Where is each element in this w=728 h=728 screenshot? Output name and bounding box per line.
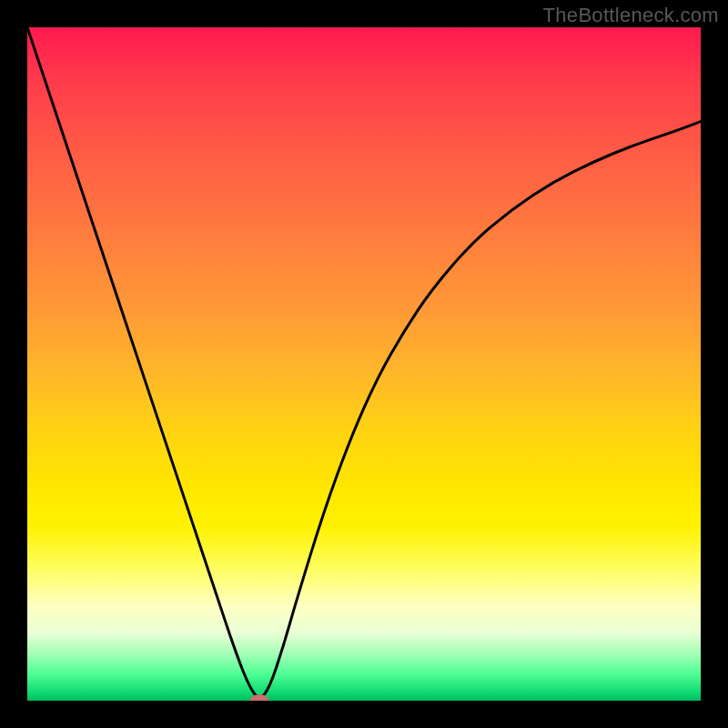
optimum-marker — [250, 695, 268, 702]
plot-area — [27, 27, 701, 701]
bottleneck-curve — [27, 27, 701, 701]
watermark-text: TheBottleneck.com — [543, 4, 719, 27]
chart-frame: TheBottleneck.com — [0, 0, 728, 728]
